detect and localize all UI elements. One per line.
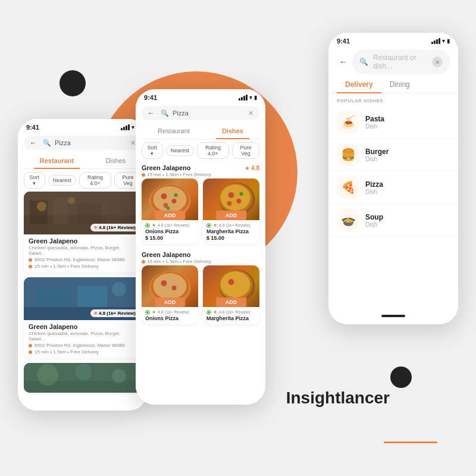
home-indicator-right [381,315,405,317]
filter-sort-left[interactable]: Sort ▾ [24,172,45,189]
wifi-icon-center: ▾ [249,95,252,101]
search-clear-center[interactable]: ✕ [248,109,253,117]
card-title-2: Green Jalapeno [29,323,137,330]
svg-point-21 [154,186,187,212]
pasta-name: Pasta [365,115,450,123]
popular-item-burger[interactable]: 🍔 Burger Dish [328,139,458,171]
search-clear-right[interactable]: ✕ [432,57,443,67]
signal-icon-right [431,38,440,44]
signal-icon-center [239,95,248,101]
popular-item-pasta[interactable]: 🍝 Pasta Dish [328,106,458,139]
dish-info-2b: ★ 4.8 (1k+ Review) Margherita Pizza [203,307,259,324]
tab-dining-right[interactable]: Dining [381,77,418,93]
svg-point-26 [167,206,170,210]
dishes-grid-1: ADD ★ 4.8 (1k+ Review) Onions Pizza $ 15… [136,178,265,249]
add-btn-2a[interactable]: ADD [155,298,186,307]
svg-point-33 [240,192,243,196]
add-btn-2b[interactable]: ADD [216,298,247,307]
search-bar-left[interactable]: ← 🔍 Pizza ✕ [24,136,142,150]
svg-point-16 [37,364,58,386]
dish-info-2a: ★ 4.8 (1k+ Review) Onions Pizza [142,307,198,324]
svg-point-30 [228,192,234,198]
back-arrow-left[interactable]: ← [30,139,39,147]
section-meta-1: 15 min • 1.5km • Free Delivery [142,172,259,177]
restaurant-img-svg-3 [24,363,142,393]
svg-point-36 [154,273,187,299]
veg-dot-2a [145,310,150,315]
tab-dishes-left[interactable]: Dishes [100,154,132,169]
back-arrow-center[interactable]: ← [148,109,157,117]
popular-item-soup[interactable]: 🍲 Soup Dish [328,204,458,237]
filter-veg-center[interactable]: Pure Veg [232,142,259,159]
restaurant-img-3 [24,363,142,393]
section-time-dot-2 [142,260,145,264]
section-rating-1: 4.8 [251,165,259,171]
location-dot-1 [29,258,32,262]
dish-card-1b[interactable]: ADD ★ 4.8 (1k+ Review) Margherita Pizza … [203,178,259,244]
filter-nearest-center[interactable]: Nearest [166,145,195,156]
dish-rating-2b: ★ 4.8 (1k+ Review) [206,309,256,315]
filter-rating-center[interactable]: Rating 4.0+ [197,142,229,159]
time-right: 9:41 [337,37,350,45]
dish-info-1a: ★ 4.8 (1k+ Review) Onions Pizza $ 15.00 [142,220,198,244]
card-meta-address-1: 8502 Preston Rd. Inglewood, Maine 98380 [29,257,137,262]
tab-dishes-center[interactable]: Dishes [216,124,249,139]
restaurant-overlay-2: ★ 4.8 (1k+ Review) [24,277,142,320]
dish-img-1a: ADD [142,178,198,220]
tab-restaurant-center[interactable]: Restaurant [152,124,196,139]
card-meta-delivery-1: 15 min • 1.5km • Free Delivery [29,264,137,269]
restaurant-card-3[interactable] [24,363,142,393]
status-bar-right: 9:41 ▾ ▮ [328,33,458,47]
bg-dot-top-left [60,70,86,96]
pasta-icon: 🍝 [341,115,356,129]
tab-delivery-right[interactable]: Delivery [337,77,381,93]
back-arrow-right[interactable]: ← [337,57,347,67]
burger-name: Burger [365,148,450,156]
search-icon-left: 🔍 [43,139,51,147]
card-body-1: Green Jalapeno Chicken quesadila, avocad… [24,234,142,273]
search-bar-right[interactable]: 🔍 Restaurant or dish... ✕ [352,49,450,74]
pasta-type: Dish [365,123,450,130]
search-clear-left[interactable]: ✕ [130,139,136,147]
status-bar-left: 9:41 ▾ ▮ [18,119,148,133]
location-dot-2 [29,344,32,347]
pizza-text: Pizza Dish [365,180,450,195]
filter-nearest-left[interactable]: Nearest [48,175,77,186]
card-body-2: Green Jalapeno Chicken quesadila, avocad… [24,320,142,358]
filter-rating-left[interactable]: Rating 4.0+ [79,172,111,189]
restaurant-card-2[interactable]: ★ 4.8 (1k+ Review) Green Jalapeno Chicke… [24,277,142,358]
dish-price-1b: $ 15.00 [206,235,256,241]
popular-dishes-label: POPULAR DISHES [328,93,458,106]
pasta-icon-wrap: 🍝 [337,111,359,133]
pizza-type: Dish [365,189,450,195]
dish-card-1a[interactable]: ADD ★ 4.8 (1k+ Review) Onions Pizza $ 15… [142,178,198,244]
dish-card-2b[interactable]: ADD ★ 4.8 (1k+ Review) Margherita Pizza [203,265,259,324]
phone-center: 9:41 ▾ ▮ ← 🔍 Pizza ✕ Restaurant Dishes S… [136,89,265,405]
phone-left: 9:41 ▾ ▮ ← 🔍 Pizza ✕ Restaurant Dishes S… [18,119,148,411]
restaurant-img-2: ★ 4.8 (1k+ Review) [24,277,142,320]
time-left: 9:41 [26,124,39,131]
battery-icon-center: ▮ [254,95,257,101]
restaurant-card-1[interactable]: ★ 4.8 (1k+ Review) Green Jalapeno Chicke… [24,192,142,273]
add-btn-1a[interactable]: ADD [155,211,186,220]
tab-restaurant-left[interactable]: Restaurant [34,154,80,169]
add-btn-1b[interactable]: ADD [216,211,247,220]
svg-point-25 [174,193,178,197]
restaurant-list-left: ★ 4.8 (1k+ Review) Green Jalapeno Chicke… [18,192,148,411]
search-text-right: Restaurant or dish... [373,54,427,70]
dish-name-1b: Margherita Pizza [206,228,256,234]
tabs-right: Delivery Dining [328,74,458,93]
search-bar-center[interactable]: ← 🔍 Pizza ✕ [142,106,259,120]
burger-text: Burger Dish [365,148,450,162]
dish-card-2a[interactable]: ADD ★ 4.8 (1k+ Review) Onions Pizza [142,265,198,324]
dish-name-2a: Onions Pizza [145,315,195,321]
search-icon-right: 🔍 [359,58,368,66]
popular-item-pizza[interactable]: 🍕 Pizza Dish [328,171,458,204]
dish-rating-2a: ★ 4.8 (1k+ Review) [145,309,195,315]
section-header-1: Green Jalapeno ★ 4.8 15 min • 1.5km • Fr… [136,162,265,178]
brand-name: Insightlancer [286,389,390,408]
brand-underline [384,441,437,443]
section-header-2: Green Jalapeno 15 min • 1.5km • Free Del… [136,249,265,265]
filter-sort-center[interactable]: Sort ▾ [142,142,163,159]
time-center: 9:41 [144,94,157,101]
